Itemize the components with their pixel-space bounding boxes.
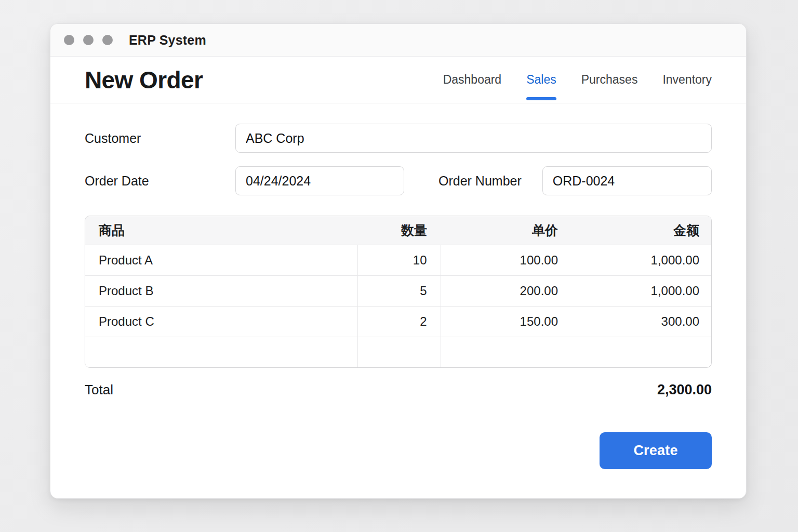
tab-inventory[interactable]: Inventory <box>662 57 712 103</box>
customer-label: Customer <box>85 131 235 146</box>
column-header-amount: 金额 <box>571 216 712 245</box>
erp-window: ERP System New Order Dashboard Sales Pur… <box>50 23 747 499</box>
cell-quantity: 5 <box>357 275 441 306</box>
customer-row: Customer <box>85 124 712 153</box>
tab-purchases[interactable]: Purchases <box>581 57 638 103</box>
total-row: Total 2,300.00 <box>85 382 712 398</box>
cell-amount: 1,000.00 <box>571 275 712 306</box>
column-header-quantity: 数量 <box>357 216 441 245</box>
window-close-button[interactable] <box>64 35 74 45</box>
column-header-product: 商品 <box>85 216 357 245</box>
window-titlebar: ERP System <box>50 24 746 57</box>
order-date-label: Order Date <box>85 174 235 189</box>
cell-quantity: 10 <box>357 245 441 275</box>
window-minimize-button[interactable] <box>83 35 94 45</box>
cell-amount <box>571 337 712 367</box>
table-row[interactable]: Product B 5 200.00 1,000.00 <box>85 275 712 306</box>
total-value: 2,300.00 <box>657 382 712 398</box>
create-button[interactable]: Create <box>600 432 712 469</box>
order-date-input[interactable] <box>235 166 404 195</box>
order-number-label: Order Number <box>438 174 522 189</box>
table-row[interactable]: Product C 2 150.00 300.00 <box>85 306 712 337</box>
page-title: New Order <box>85 66 203 94</box>
table-row[interactable]: Product A 10 100.00 1,000.00 <box>85 245 712 275</box>
cell-amount: 1,000.00 <box>571 245 712 275</box>
cell-amount: 300.00 <box>571 306 712 337</box>
column-header-unit-price: 单价 <box>441 216 571 245</box>
customer-input[interactable] <box>235 124 712 153</box>
order-meta-row: Order Date Order Number <box>85 166 712 195</box>
cell-unit-price: 150.00 <box>441 306 571 337</box>
window-zoom-button[interactable] <box>102 35 113 45</box>
cell-unit-price <box>441 337 571 367</box>
main-nav: Dashboard Sales Purchases Inventory <box>443 57 712 103</box>
order-form: Customer Order Date Order Number 商品 数量 单… <box>50 124 746 469</box>
cell-product: Product C <box>85 306 357 337</box>
app-title: ERP System <box>129 33 206 48</box>
table-row-empty[interactable] <box>85 337 712 367</box>
cell-quantity <box>357 337 441 367</box>
tab-sales[interactable]: Sales <box>526 57 556 103</box>
cell-product: Product B <box>85 275 357 306</box>
cell-unit-price: 200.00 <box>441 275 571 306</box>
action-bar: Create <box>85 432 712 469</box>
cell-product <box>85 337 357 367</box>
cell-quantity: 2 <box>357 306 441 337</box>
desktop-background: ERP System New Order Dashboard Sales Pur… <box>0 0 798 532</box>
cell-product: Product A <box>85 245 357 275</box>
cell-unit-price: 100.00 <box>441 245 571 275</box>
page-header: New Order Dashboard Sales Purchases Inve… <box>50 57 746 103</box>
total-label: Total <box>85 382 113 398</box>
table-header-row: 商品 数量 单价 金额 <box>85 216 712 245</box>
tab-dashboard[interactable]: Dashboard <box>443 57 502 103</box>
order-items-table: 商品 数量 单价 金额 Product A 10 100.00 1,000.00 <box>85 216 712 368</box>
order-number-input[interactable] <box>542 166 712 195</box>
